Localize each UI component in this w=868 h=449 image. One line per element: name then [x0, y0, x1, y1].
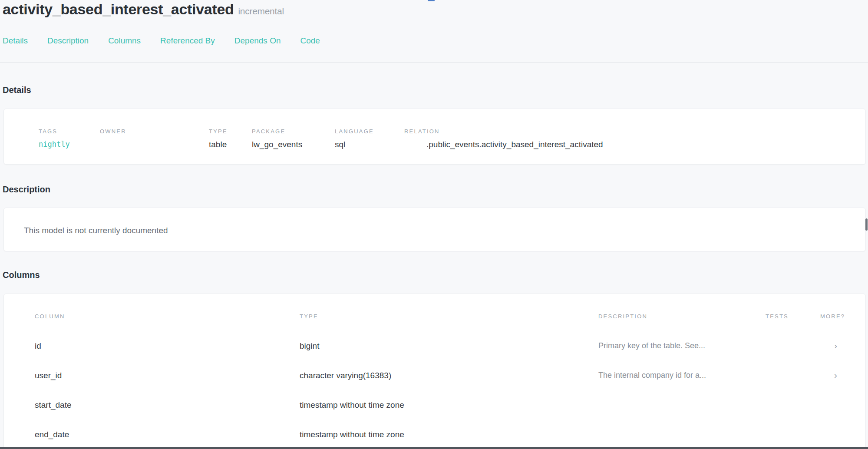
column-description: The internal company id for a... [598, 371, 766, 380]
field-tags: TAGS nightly [39, 128, 100, 149]
field-label-owner: OWNER [100, 128, 209, 135]
columns-table-header: COLUMN TYPE DESCRIPTION TESTS MORE? [35, 313, 858, 341]
field-label-tags: TAGS [39, 128, 100, 135]
column-name: start_date [35, 400, 300, 410]
columns-card: COLUMN TYPE DESCRIPTION TESTS MORE? id b… [3, 294, 866, 449]
columns-table: COLUMN TYPE DESCRIPTION TESTS MORE? id b… [4, 294, 865, 449]
column-type: bigint [300, 341, 598, 351]
description-body: This model is not currently documented [4, 208, 865, 235]
table-row-end-date[interactable]: end_date timestamp without time zone [35, 430, 858, 449]
table-row-user-id[interactable]: user_id character varying(16383) The int… [35, 371, 858, 400]
field-label-relation: RELATION [404, 128, 865, 135]
chevron-right-icon[interactable]: › [820, 371, 858, 379]
column-description: Primary key of the table. See... [598, 341, 766, 350]
column-name: user_id [35, 371, 300, 380]
header-more: MORE? [820, 313, 858, 320]
header-type: TYPE [300, 313, 598, 320]
package-value: lw_go_events [252, 140, 335, 149]
model-name: activity_based_interest_activated [3, 1, 234, 17]
relation-value: .public_events.activity_based_interest_a… [404, 140, 865, 149]
details-card: TAGS nightly OWNER TYPE table PACKAGE lw… [3, 109, 866, 165]
details-fields: TAGS nightly OWNER TYPE table PACKAGE lw… [4, 109, 865, 149]
header-divider [0, 62, 868, 63]
tab-description[interactable]: Description [47, 36, 89, 46]
header-description: DESCRIPTION [598, 313, 766, 320]
model-section-tabs: Details Description Columns Referenced B… [3, 36, 320, 46]
column-name: id [35, 341, 300, 351]
field-relation: RELATION .public_events.activity_based_i… [404, 128, 865, 149]
field-language: LANGUAGE sql [335, 128, 404, 149]
language-value: sql [335, 140, 404, 149]
description-section-heading: Description [3, 185, 50, 195]
type-value: table [209, 140, 252, 149]
column-type: timestamp without time zone [300, 400, 598, 410]
tab-details[interactable]: Details [3, 36, 28, 46]
field-label-package: PACKAGE [252, 128, 335, 135]
details-section-heading: Details [3, 85, 31, 95]
field-label-type: TYPE [209, 128, 252, 135]
materialization-badge: incremental [238, 6, 284, 16]
table-row-start-date[interactable]: start_date timestamp without time zone [35, 400, 858, 430]
table-row-id[interactable]: id bigint Primary key of the table. See.… [35, 341, 858, 371]
description-card: This model is not currently documented [3, 208, 866, 251]
field-owner: OWNER [100, 128, 209, 149]
column-type: timestamp without time zone [300, 430, 598, 439]
field-type: TYPE table [209, 128, 252, 149]
page-scrollbar-thumb[interactable] [865, 218, 868, 231]
header-column: COLUMN [35, 313, 300, 320]
model-docs-page: activity_based_interest_activatedincreme… [0, 0, 868, 449]
chevron-right-icon[interactable]: › [820, 341, 858, 350]
page-title: activity_based_interest_activatedincreme… [3, 1, 284, 18]
columns-section-heading: Columns [3, 270, 40, 280]
tab-referenced-by[interactable]: Referenced By [160, 36, 215, 46]
field-package: PACKAGE lw_go_events [252, 128, 335, 149]
tab-columns[interactable]: Columns [108, 36, 141, 46]
tag-nightly-link[interactable]: nightly [39, 140, 100, 149]
cut-off-link-fragment [428, 0, 435, 1]
tab-depends-on[interactable]: Depends On [234, 36, 281, 46]
field-label-language: LANGUAGE [335, 128, 404, 135]
tab-code[interactable]: Code [300, 36, 320, 46]
header-tests: TESTS [766, 313, 820, 320]
column-name: end_date [35, 430, 300, 439]
window-bottom-edge [0, 447, 868, 449]
column-type: character varying(16383) [300, 371, 598, 380]
